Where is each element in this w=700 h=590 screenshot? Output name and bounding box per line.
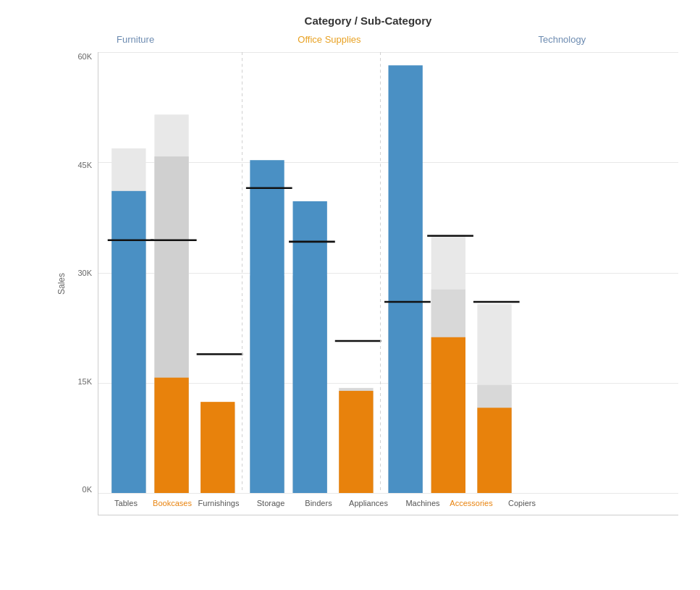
x-label-appliances: Appliances — [349, 499, 388, 507]
x-label-furnishings: Furnishings — [198, 499, 240, 507]
machines-blue — [389, 65, 423, 493]
office-supplies-label: Office Supplies — [213, 34, 445, 45]
furniture-label: Furniture — [58, 34, 213, 45]
storage-blue — [250, 160, 284, 493]
accessories-orange — [431, 337, 465, 493]
x-label-accessories: Accessories — [450, 499, 492, 507]
y-tick-15k: 15K — [77, 377, 92, 386]
y-tick-30k: 30K — [77, 269, 92, 277]
y-axis-label: Sales — [56, 273, 67, 295]
x-label-machines: Machines — [405, 499, 439, 507]
chart-title: Category / Sub-Category — [58, 14, 678, 27]
appliances-orange — [339, 391, 373, 493]
binders-blue — [293, 201, 327, 493]
furnishings-orange — [201, 402, 235, 493]
copiers-orange — [477, 408, 511, 493]
y-tick-0k: 0K — [83, 485, 92, 494]
x-label-storage: Storage — [257, 499, 285, 507]
chart-container: Category / Sub-Category Furniture Office… — [0, 0, 700, 590]
x-label-bookcases: Bookcases — [153, 499, 192, 507]
y-tick-45k: 45K — [77, 161, 92, 169]
x-label-tables: Tables — [114, 499, 138, 507]
tables-blue — [111, 191, 146, 493]
x-label-binders: Binders — [305, 499, 332, 507]
y-tick-60k: 60K — [77, 52, 92, 61]
technology-label: Technology — [446, 34, 678, 45]
bookcases-orange — [154, 378, 188, 493]
x-label-copiers: Copiers — [508, 499, 536, 507]
